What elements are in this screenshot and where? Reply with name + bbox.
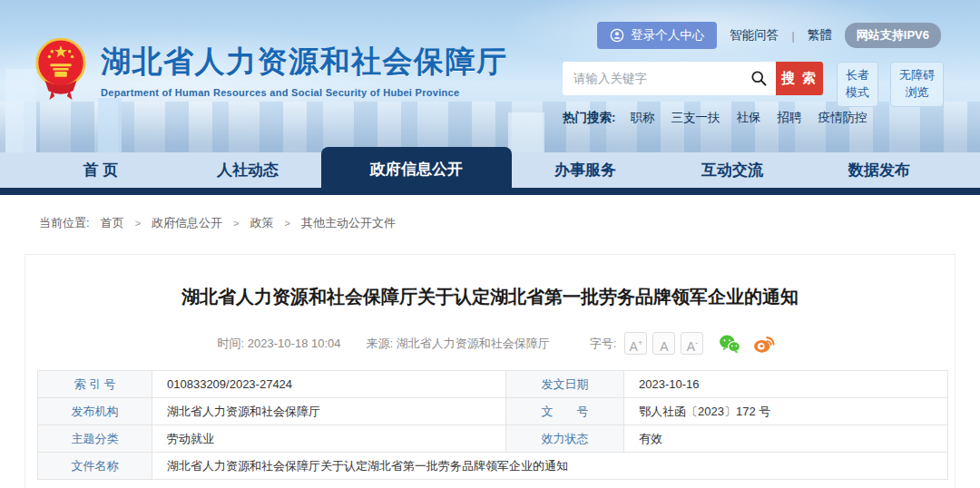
user-circle-icon <box>610 28 624 43</box>
document-info-table: 索 引 号 010833209/2023-27424 发文日期 2023-10-… <box>37 370 948 480</box>
search-box <box>563 62 776 95</box>
building-shape <box>98 98 122 152</box>
nav-item-interaction[interactable]: 互动交流 <box>659 152 806 188</box>
font-size-label: 字号: <box>590 336 617 352</box>
elder-mode-line1: 长者 <box>846 68 869 82</box>
building-shape <box>5 69 36 152</box>
table-label-validity-status: 效力状态 <box>506 425 624 453</box>
breadcrumb-other-public-docs[interactable]: 其他主动公开文件 <box>301 215 396 231</box>
table-label-publisher: 发布机构 <box>38 398 152 425</box>
ipv6-support-badge: 网站支持IPV6 <box>845 23 941 48</box>
search-icon <box>750 69 768 87</box>
table-label-doc-title: 文件名称 <box>38 453 152 480</box>
article-card: 湖北省人力资源和社会保障厅关于认定湖北省第一批劳务品牌领军企业的通知 时间: 2… <box>24 254 956 488</box>
font-btn-sup: - <box>695 338 698 347</box>
hot-search-link-sanzhiyifu[interactable]: 三支一扶 <box>671 110 720 126</box>
nav-item-gov-info-disclosure[interactable]: 政府信息公开 <box>321 147 512 195</box>
brand-text: 湖北省人力资源和社会保障厅 Department of Human Resour… <box>101 42 508 98</box>
breadcrumb-home[interactable]: 首页 <box>101 215 124 231</box>
site-title-english: Department of Human Resources and Social… <box>101 87 508 98</box>
hot-search-label: 热门搜索: <box>563 110 616 126</box>
source: 来源: 湖北省人力资源和社会保障厅 <box>367 336 550 352</box>
elder-mode-button[interactable]: 长者 模式 <box>837 62 878 107</box>
topbar-separator: | <box>791 29 795 43</box>
search-button[interactable]: 搜 索 <box>776 62 823 95</box>
site-title: 湖北省人力资源和社会保障厅 <box>101 42 508 83</box>
font-decrease-button[interactable]: A- <box>681 332 703 355</box>
elder-mode-line2: 模式 <box>846 85 869 99</box>
table-value-topic-category: 劳动就业 <box>152 425 506 453</box>
site-brand: 湖北省人力资源和社会保障厅 Department of Human Resour… <box>33 36 508 103</box>
nav-item-renshe-news[interactable]: 人社动态 <box>174 152 321 188</box>
nav-item-services[interactable]: 办事服务 <box>512 152 659 188</box>
article-meta-row: 时间: 2023-10-18 10:04 来源: 湖北省人力资源和社会保障厅 字… <box>37 332 943 355</box>
weibo-share-icon[interactable] <box>753 334 775 354</box>
search-area: 搜 索 长者 模式 无障碍 浏览 <box>563 62 944 107</box>
publish-time: 时间: 2023-10-18 10:04 <box>218 336 341 352</box>
main-navigation: 首 页 人社动态 政府信息公开 办事服务 互动交流 数据发布 <box>0 152 980 188</box>
font-btn-sup: + <box>638 338 642 347</box>
source-value: 湖北省人力资源和社会保障厅 <box>397 337 550 350</box>
breadcrumb-label: 当前位置: <box>39 215 90 231</box>
accessibility-browse-button[interactable]: 无障碍 浏览 <box>890 62 944 107</box>
hot-search-row: 热门搜索: 职称 三支一扶 社保 招聘 疫情防控 <box>563 110 884 126</box>
time-value: 2023-10-18 10:04 <box>248 337 341 350</box>
table-label-issue-date: 发文日期 <box>506 371 624 398</box>
font-btn-base: A <box>660 339 668 354</box>
breadcrumb: 当前位置: 首页 > 政府信息公开 > 政策 > 其他主动公开文件 <box>39 215 980 231</box>
hot-search-link-zhaopin[interactable]: 招聘 <box>778 110 802 126</box>
hot-search-link-zhicheng[interactable]: 职称 <box>631 110 655 126</box>
wechat-share-icon[interactable] <box>719 334 740 354</box>
table-value-issue-date: 2023-10-16 <box>624 371 948 398</box>
breadcrumb-separator: > <box>285 218 290 229</box>
table-value-doc-title: 湖北省人力资源和社会保障厅关于认定湖北省第一批劳务品牌领军企业的通知 <box>152 453 948 480</box>
accessibility-line1: 无障碍 <box>899 68 935 82</box>
search-input[interactable] <box>563 62 776 95</box>
breadcrumb-policy[interactable]: 政策 <box>250 215 274 231</box>
table-label-topic-category: 主题分类 <box>38 425 152 453</box>
table-label-index-no: 索 引 号 <box>38 371 152 398</box>
login-personal-center-button[interactable]: 登录个人中心 <box>597 22 717 49</box>
building-shape <box>508 112 544 152</box>
breadcrumb-gov-info[interactable]: 政府信息公开 <box>152 215 222 231</box>
nav-inner: 首 页 人社动态 政府信息公开 办事服务 互动交流 数据发布 <box>27 152 953 188</box>
traditional-chinese-link[interactable]: 繁體 <box>808 27 832 44</box>
top-utility-bar: 登录个人中心 智能问答 | 繁體 网站支持IPV6 <box>597 22 941 49</box>
table-label-doc-number: 文 号 <box>506 398 624 425</box>
article-title: 湖北省人力资源和社会保障厅关于认定湖北省第一批劳务品牌领军企业的通知 <box>37 285 943 309</box>
national-emblem-logo <box>33 36 89 103</box>
smart-qa-link[interactable]: 智能问答 <box>730 27 779 44</box>
table-value-publisher: 湖北省人力资源和社会保障厅 <box>152 398 506 425</box>
font-increase-button[interactable]: A+ <box>624 332 647 355</box>
login-label: 登录个人中心 <box>631 27 704 44</box>
hot-search-link-shebao[interactable]: 社保 <box>737 110 761 126</box>
site-header: 登录个人中心 智能问答 | 繁體 网站支持IPV6 湖北省人力资源和社会保障厅 … <box>0 0 980 152</box>
font-btn-base: A <box>687 339 695 354</box>
table-value-index-no: 010833209/2023-27424 <box>152 371 506 398</box>
nav-item-data-release[interactable]: 数据发布 <box>806 152 953 188</box>
hot-search-link-yiqingfangkong[interactable]: 疫情防控 <box>818 110 867 126</box>
table-value-doc-number: 鄂人社函〔2023〕172 号 <box>624 398 948 425</box>
table-value-validity-status: 有效 <box>624 425 948 453</box>
font-default-button[interactable]: A <box>652 332 675 355</box>
font-btn-base: A <box>630 339 638 354</box>
breadcrumb-separator: > <box>233 218 239 229</box>
accessibility-line2: 浏览 <box>906 85 929 99</box>
breadcrumb-separator: > <box>135 218 141 229</box>
nav-item-home[interactable]: 首 页 <box>27 152 174 188</box>
source-label: 来源: <box>367 337 394 350</box>
time-label: 时间: <box>218 337 245 350</box>
